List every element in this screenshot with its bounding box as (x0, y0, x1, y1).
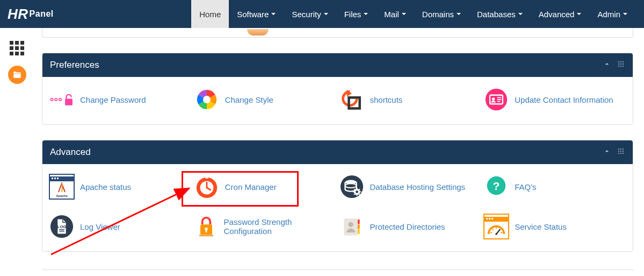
question-icon: ? (483, 174, 509, 200)
nav-mail[interactable]: Mail (376, 0, 414, 28)
collapse-icon[interactable] (603, 147, 611, 158)
preferences-panel: Preferences Change Password (42, 53, 633, 125)
svg-point-28 (620, 152, 621, 153)
item-label: Change Password (80, 95, 146, 104)
brand-logo[interactable]: HR Panel (0, 0, 70, 28)
item-label: Service Status (515, 222, 567, 231)
item-label: Password Strength Configuration (224, 217, 337, 236)
nav-home[interactable]: Home (191, 0, 229, 28)
svg-line-55 (490, 232, 492, 233)
svg-point-1 (620, 61, 621, 62)
svg-point-11 (59, 98, 62, 101)
panel-title: Preferences (50, 60, 99, 70)
item-password-strength[interactable]: Password Strength Configuration (194, 214, 337, 239)
nav-label: Home (199, 10, 221, 19)
svg-point-25 (620, 150, 621, 151)
svg-point-2 (623, 61, 624, 62)
file-manager-icon[interactable] (8, 66, 26, 84)
svg-point-10 (55, 98, 57, 101)
item-change-style[interactable]: Change Style (194, 87, 337, 112)
nav-domains[interactable]: Domains (414, 0, 469, 28)
item-label: FAQ's (515, 182, 536, 192)
nav-label: Software (237, 10, 269, 19)
item-update-contact[interactable]: Update Contact Information (483, 87, 626, 112)
svg-point-9 (50, 98, 53, 101)
svg-rect-50 (344, 218, 358, 235)
svg-point-8 (623, 65, 624, 66)
collapse-icon[interactable] (603, 60, 611, 71)
svg-point-4 (620, 63, 621, 64)
item-apache-status[interactable]: Apache Apache status (49, 174, 192, 200)
svg-text:LOG: LOG (57, 224, 67, 229)
palette-icon (194, 87, 220, 112)
item-label: Apache status (80, 182, 131, 192)
chevron-down-icon (518, 13, 523, 15)
item-label: Cron Manager (225, 182, 277, 192)
item-cron-manager[interactable]: Cron Manager (194, 174, 337, 200)
nav-items: Home Software Security Files Mail Domain… (191, 0, 635, 28)
nav-admin[interactable]: Admin (589, 0, 635, 28)
nav-label: Files (344, 10, 361, 19)
db-gear-icon (339, 174, 365, 200)
folder-icon (12, 70, 22, 80)
item-label: shortcuts (370, 95, 403, 104)
lock-orange-icon (194, 214, 219, 239)
item-service-status[interactable]: Service Status (483, 214, 626, 239)
drag-handle-icon[interactable] (617, 60, 625, 71)
main-content: Preferences Change Password (42, 28, 633, 276)
svg-rect-12 (65, 98, 73, 105)
chevron-down-icon (402, 13, 406, 15)
chevron-down-icon (623, 13, 627, 15)
panel-body-advanced: Apache Apache status Cron Manager (42, 164, 633, 251)
stopwatch-icon (194, 174, 220, 200)
item-protected-directories[interactable]: Protected Directories (339, 214, 482, 239)
svg-rect-52 (358, 224, 360, 229)
nav-security[interactable]: Security (284, 0, 336, 28)
chevron-down-icon (364, 13, 368, 15)
svg-point-54 (348, 222, 353, 227)
chevron-down-icon (324, 13, 328, 15)
gauge-icon (483, 214, 509, 239)
svg-point-24 (618, 150, 619, 151)
svg-point-61 (495, 233, 497, 235)
item-shortcuts[interactable]: shortcuts (339, 87, 482, 112)
svg-point-21 (618, 148, 619, 149)
nav-software[interactable]: Software (229, 0, 284, 28)
svg-point-22 (620, 148, 621, 149)
svg-point-5 (623, 63, 624, 64)
svg-point-6 (618, 65, 619, 66)
svg-line-59 (501, 232, 502, 233)
item-label: Update Contact Information (515, 95, 613, 104)
svg-point-27 (618, 152, 619, 153)
svg-text:?: ? (493, 180, 500, 192)
svg-rect-51 (358, 220, 360, 224)
apache-icon: Apache (49, 174, 75, 200)
svg-point-13 (203, 96, 211, 103)
svg-point-7 (620, 65, 621, 66)
item-log-viewer[interactable]: LOG Log Viewer (49, 214, 192, 239)
svg-point-15 (486, 89, 507, 110)
brand-panel: Panel (30, 9, 54, 19)
item-db-hosting[interactable]: Database Hosting Settings (339, 174, 482, 200)
contacts-icon (339, 214, 365, 239)
nav-label: Databases (477, 10, 516, 19)
nav-label: Domains (422, 10, 454, 19)
rotate-frame-icon (339, 87, 365, 112)
svg-line-56 (493, 229, 494, 230)
svg-rect-47 (199, 235, 213, 237)
partial-icon (247, 29, 269, 36)
nav-label: Mail (384, 10, 399, 19)
chevron-down-icon (271, 13, 276, 15)
nav-files[interactable]: Files (336, 0, 377, 28)
nav-databases[interactable]: Databases (469, 0, 531, 28)
item-change-password[interactable]: Change Password (49, 87, 192, 112)
chevron-down-icon (457, 13, 461, 15)
svg-rect-49 (205, 230, 207, 233)
chevron-down-icon (577, 13, 581, 15)
item-label: Database Hosting Settings (370, 182, 466, 192)
item-faqs[interactable]: ? FAQ's (483, 174, 626, 200)
drag-handle-icon[interactable] (617, 147, 625, 158)
panel-title: Advanced (50, 147, 91, 158)
nav-advanced[interactable]: Advanced (531, 0, 590, 28)
apps-grid-icon[interactable] (10, 41, 25, 56)
